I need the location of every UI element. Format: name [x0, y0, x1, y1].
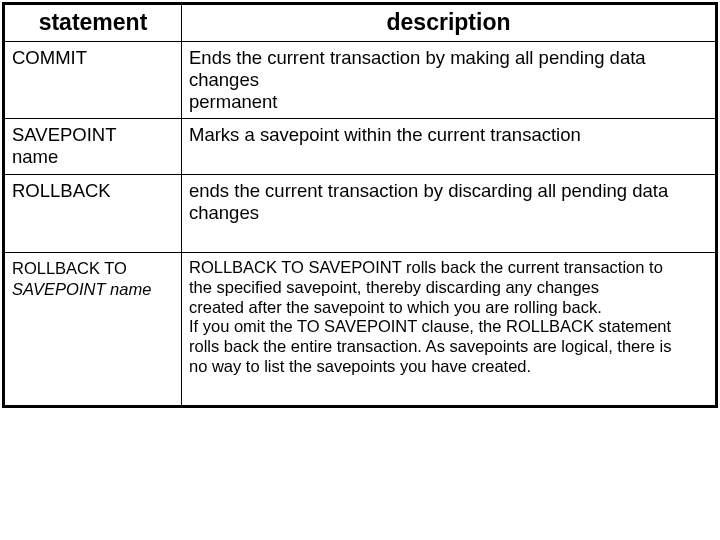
statement-part: SAVEPOINT name: [12, 280, 151, 298]
cell-statement: ROLLBACK: [5, 174, 182, 252]
sql-statements-table: statement description COMMITEnds the cur…: [4, 4, 716, 406]
table-row: SAVEPOINT nameMarks a savepoint within t…: [5, 119, 716, 174]
cell-description: Ends the current transaction by making a…: [182, 41, 716, 119]
cell-description: ROLLBACK TO SAVEPOINT rolls back the cur…: [182, 252, 716, 405]
cell-description: Marks a savepoint within the current tra…: [182, 119, 716, 174]
statement-part: ROLLBACK TO: [12, 259, 127, 277]
cell-statement: ROLLBACK TO SAVEPOINT name: [5, 252, 182, 405]
table-body: COMMITEnds the current transaction by ma…: [5, 41, 716, 405]
table-row: ROLLBACK TO SAVEPOINT nameROLLBACK TO SA…: [5, 252, 716, 405]
header-statement: statement: [5, 5, 182, 42]
table-row: COMMITEnds the current transaction by ma…: [5, 41, 716, 119]
sql-statements-table-frame: statement description COMMITEnds the cur…: [2, 2, 718, 408]
statement-part: ROLLBACK: [12, 180, 111, 201]
table-header: statement description: [5, 5, 716, 42]
cell-statement: COMMIT: [5, 41, 182, 119]
statement-part: COMMIT: [12, 47, 87, 68]
statement-part: name: [12, 146, 58, 167]
table-row: ROLLBACKends the current transaction by …: [5, 174, 716, 252]
cell-description: ends the current transaction by discardi…: [182, 174, 716, 252]
statement-part: SAVEPOINT: [12, 124, 117, 145]
cell-statement: SAVEPOINT name: [5, 119, 182, 174]
header-description: description: [182, 5, 716, 42]
